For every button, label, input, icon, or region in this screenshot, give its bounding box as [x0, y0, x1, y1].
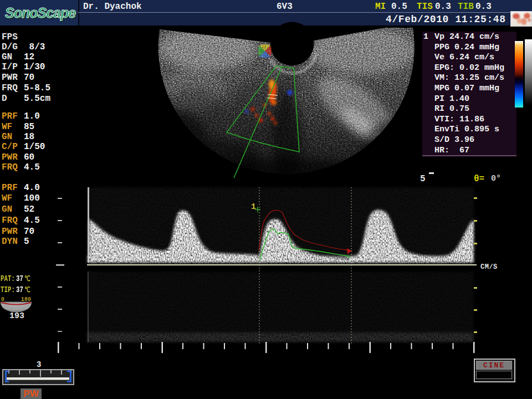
svg-text:180: 180 — [21, 296, 31, 303]
svg-text:1: 1 — [251, 202, 256, 212]
svg-text:0: 0 — [1, 296, 4, 303]
